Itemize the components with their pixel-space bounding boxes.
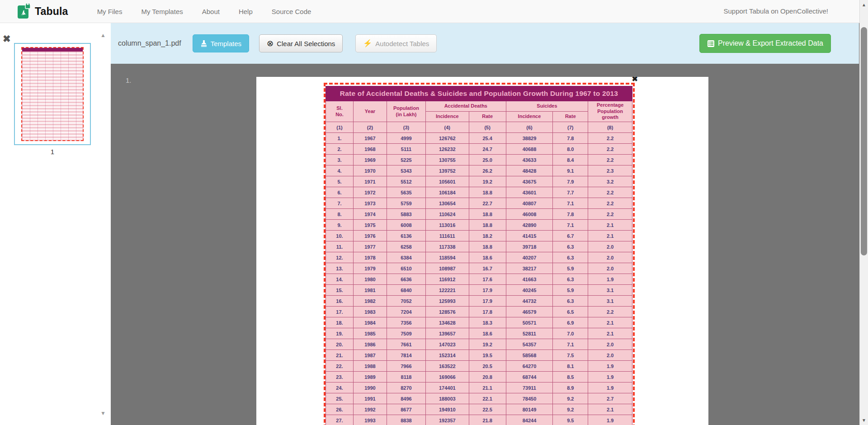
table-cell: 9.5 xyxy=(553,415,588,425)
table-cell: 5.9 xyxy=(553,263,588,274)
table-cell: 6.3 xyxy=(553,274,588,285)
document-filename: column_span_1.pdf xyxy=(118,39,181,47)
table-cell: 17. xyxy=(326,307,354,317)
table-cell: 2.1 xyxy=(588,231,632,241)
table-row: 20.1986766114702319.2543577.12.0 xyxy=(326,339,632,350)
table-cell: 26.2 xyxy=(469,165,506,176)
table-row: 11.1977625811733818.8397186.32.0 xyxy=(326,241,632,252)
table-cell: 7052 xyxy=(387,296,425,307)
table-cell: 7.8 xyxy=(553,133,588,144)
table-cell: 6840 xyxy=(387,285,425,296)
table-cell: 8. xyxy=(326,209,354,220)
nav-about[interactable]: About xyxy=(202,8,220,15)
preview-export-button[interactable]: Preview & Export Extracted Data xyxy=(699,34,831,53)
templates-button[interactable]: Templates xyxy=(193,34,249,52)
scrollbar-down-icon[interactable]: ▼ xyxy=(860,418,868,423)
table-row: 27.1993883819235721.8842449.51.9 xyxy=(326,415,632,425)
export-button-label: Preview & Export Extracted Data xyxy=(718,39,823,47)
page-number-label: 1. xyxy=(126,76,132,84)
table-cell: 1969 xyxy=(354,155,387,165)
col-header-percentage-growth: Percentage Population growth xyxy=(588,101,632,122)
table-cell: 40688 xyxy=(506,144,553,155)
table-column-index-cell: (5) xyxy=(469,122,506,133)
nav-my-templates[interactable]: My Templates xyxy=(141,8,183,15)
nav-my-files[interactable]: My Files xyxy=(97,8,123,15)
table-cell: 2.0 xyxy=(588,350,632,361)
table-row: 14.1980663611691217.6416636.31.9 xyxy=(326,274,632,285)
table-cell: 39718 xyxy=(506,241,553,252)
nav-help[interactable]: Help xyxy=(239,8,253,15)
table-cell: 8118 xyxy=(387,372,425,382)
table-row: 16.1982705212599317.9447326.33.1 xyxy=(326,296,632,307)
table-cell: 18.6 xyxy=(469,252,506,263)
table-cell: 6. xyxy=(326,187,354,198)
pdf-page[interactable]: ✖ Rate of Accidental Deaths & Suicides a… xyxy=(256,77,708,425)
table-cell: 7.7 xyxy=(553,187,588,198)
scrollbar-thumb[interactable] xyxy=(861,27,867,255)
table-cell: 80149 xyxy=(506,404,553,415)
table-cell: 2.2 xyxy=(588,155,632,165)
table-cell: 78450 xyxy=(506,393,553,404)
table-cell: 1.9 xyxy=(588,361,632,372)
sidebar-scroll-up-icon[interactable]: ▲ xyxy=(100,32,106,38)
table-cell: 4. xyxy=(326,165,354,176)
table-cell: 1973 xyxy=(354,198,387,209)
table-row: 26.1992867719491022.5801499.22.1 xyxy=(326,404,632,415)
table-cell: 6.7 xyxy=(553,231,588,241)
table-cell: 1983 xyxy=(354,307,387,317)
table-cell: 194910 xyxy=(426,404,469,415)
table-cell: 18.8 xyxy=(469,209,506,220)
brand[interactable]: Tabula xyxy=(17,4,68,19)
table-cell: 169066 xyxy=(426,372,469,382)
table-cell: 3.1 xyxy=(588,296,632,307)
table-cell: 1990 xyxy=(354,382,387,393)
table-cell: 2.0 xyxy=(588,252,632,263)
nav-source-code[interactable]: Source Code xyxy=(272,8,311,15)
sidebar-scroll-down-icon[interactable]: ▼ xyxy=(100,410,106,416)
table-cell: 43675 xyxy=(506,176,553,187)
table-cell: 3. xyxy=(326,155,354,165)
table-cell: 8270 xyxy=(387,382,425,393)
table-cell: 42890 xyxy=(506,220,553,231)
sub-header-ad-rate: Rate xyxy=(469,112,506,122)
table-cell: 2.3 xyxy=(588,165,632,176)
table-cell: 2. xyxy=(326,144,354,155)
table-cell: 22.1 xyxy=(469,393,506,404)
autodetect-tables-button[interactable]: ⚡ Autodetect Tables xyxy=(355,34,437,52)
table-cell: 1984 xyxy=(354,317,387,328)
table-cell: 5343 xyxy=(387,165,425,176)
table-cell: 1988 xyxy=(354,361,387,372)
table-cell: 106184 xyxy=(426,187,469,198)
table-cell: 22. xyxy=(326,361,354,372)
table-cell: 64270 xyxy=(506,361,553,372)
table-cell: 40207 xyxy=(506,252,553,263)
table-cell: 24.7 xyxy=(469,144,506,155)
table-cell: 41415 xyxy=(506,231,553,241)
remove-page-icon[interactable]: ✖ xyxy=(3,34,11,43)
clear-all-selections-button[interactable]: ⊗ Clear All Selections xyxy=(259,34,343,52)
table-cell: 2.1 xyxy=(588,317,632,328)
table-cell: 1.9 xyxy=(588,372,632,382)
col-header-suicides: Suicides xyxy=(506,101,588,112)
selection-close-icon[interactable]: ✖ xyxy=(632,77,638,83)
table-cell: 188003 xyxy=(426,393,469,404)
table-cell: 38829 xyxy=(506,133,553,144)
table-cell: 26. xyxy=(326,404,354,415)
table-cell: 19. xyxy=(326,328,354,339)
table-cell: 46008 xyxy=(506,209,553,220)
table-cell: 2.2 xyxy=(588,187,632,198)
table-row: 7.1973575913065422.7408077.12.2 xyxy=(326,198,632,209)
support-link[interactable]: Support Tabula on OpenCollective! xyxy=(723,7,828,15)
clear-button-label: Clear All Selections xyxy=(277,40,335,47)
page-thumbnail[interactable] xyxy=(14,43,91,145)
table-cell: 50571 xyxy=(506,317,553,328)
table-cell: 9.1 xyxy=(553,165,588,176)
table-row: 1.1967499912676225.4388297.82.2 xyxy=(326,133,632,144)
scrollbar-up-icon[interactable]: ▲ xyxy=(860,2,868,7)
table-cell: 7966 xyxy=(387,361,425,372)
table-cell: 118594 xyxy=(426,252,469,263)
table-cell: 7.1 xyxy=(553,198,588,209)
table-cell: 52811 xyxy=(506,328,553,339)
table-selection-box[interactable]: ✖ Rate of Accidental Deaths & Suicides a… xyxy=(324,83,635,425)
table-cell: 54357 xyxy=(506,339,553,350)
